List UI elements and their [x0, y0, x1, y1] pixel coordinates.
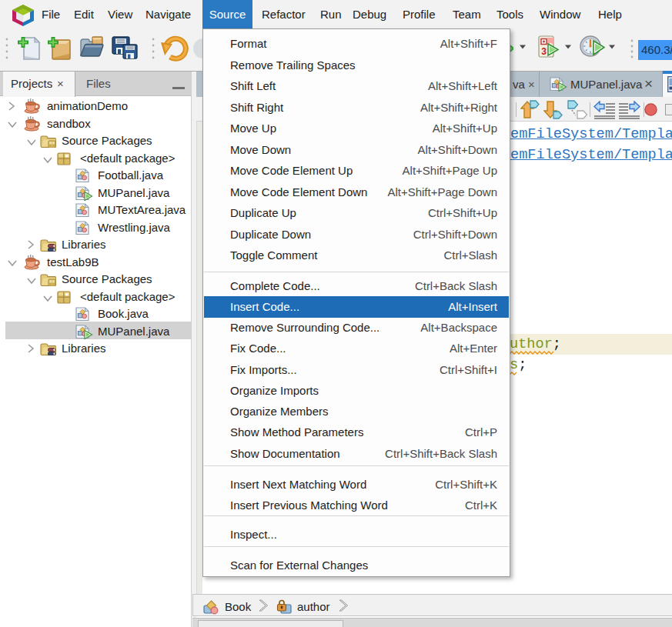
svg-text:3: 3 [541, 46, 547, 57]
